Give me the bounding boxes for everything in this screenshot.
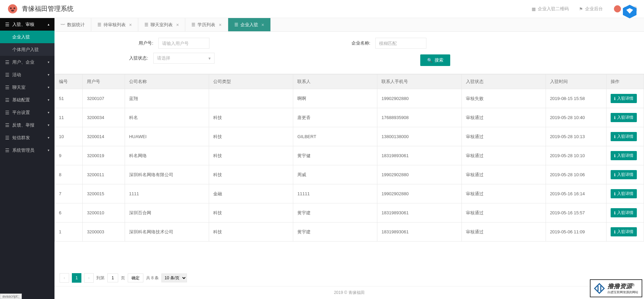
goto-input[interactable] [107, 273, 118, 282]
cell-contact: 黄宇建 [293, 222, 377, 242]
qrcode-label: 企业入驻二维码 [538, 6, 569, 12]
cell-id: 8 [55, 165, 83, 184]
sidebar-item-4[interactable]: ☰活动▾ [0, 68, 54, 81]
watermark: 撸撸资源® 白嫖互联网资源的网站 [590, 279, 642, 297]
chevron-up-icon: ▴ [48, 22, 49, 26]
cell-phone: 19902902880 [377, 89, 461, 108]
sidebar-item-7[interactable]: ☰平台设置▾ [0, 106, 54, 119]
cell-time: 2019-05-28 10:06 [546, 165, 606, 184]
close-icon[interactable]: × [219, 22, 221, 28]
sidebar-item-3[interactable]: ☰用户、企业▾ [0, 56, 54, 68]
app-title: 青缘福田管理系统 [22, 4, 532, 13]
sidebar-item-label: 反馈、举报 [12, 122, 34, 128]
info-icon: ℹ [614, 115, 616, 120]
cell-user: 3200015 [83, 184, 125, 203]
cell-type: 科技 [209, 108, 293, 127]
cell-action: ℹ入驻详情 [607, 222, 644, 242]
detail-button[interactable]: ℹ入驻详情 [611, 94, 637, 103]
cell-contact: 周威 [293, 165, 377, 184]
tab-bar: 〰数据统计☰待审核列表×☰聊天室列表×☰学历列表×☰企业入驻× [54, 18, 644, 32]
sidebar-item-6[interactable]: ☰基础配置▾ [0, 94, 54, 106]
qrcode-link[interactable]: ▦ 企业入驻二维码 [532, 6, 569, 12]
cell-id: 11 [55, 108, 83, 127]
sidebar-item-5[interactable]: ☰聊天室▾ [0, 81, 54, 94]
search-button[interactable]: 🔍 搜索 [420, 54, 450, 66]
watermark-main: 撸撸资源 [608, 283, 632, 289]
status-select[interactable]: 请选择 ▾ [153, 53, 215, 64]
sidebar-item-10[interactable]: ☰系统管理员▾ [0, 144, 54, 156]
cell-company: 深圳科名网络有限公司 [125, 165, 209, 184]
detail-button[interactable]: ℹ入驻详情 [611, 132, 637, 141]
corner-badge-icon [622, 3, 638, 20]
col-header-1: 用户号 [83, 74, 125, 89]
sidebar-item-1[interactable]: 企业入驻 [0, 31, 54, 43]
goto-confirm-button[interactable]: 确定 [128, 273, 143, 282]
cell-status: 审核通过 [461, 203, 546, 222]
cell-time: 2019-05-28 10:40 [546, 108, 606, 127]
cell-type: 科技 [209, 203, 293, 222]
cell-contact: 唐更香 [293, 108, 377, 127]
tab-3[interactable]: ☰学历列表× [185, 18, 228, 31]
tab-icon: ☰ [144, 22, 148, 27]
cell-action: ℹ入驻详情 [607, 127, 644, 146]
tab-2[interactable]: ☰聊天室列表× [138, 18, 185, 31]
avatar-icon [613, 4, 622, 13]
col-header-0: 编号 [55, 74, 83, 89]
page-number-button[interactable]: 1 [72, 273, 81, 283]
tab-1[interactable]: ☰待审核列表× [91, 18, 138, 31]
tab-icon: 〰 [61, 22, 65, 27]
cell-time: 2019-05-16 15:57 [546, 203, 606, 222]
prev-page-button[interactable]: ‹ [60, 273, 69, 283]
info-icon: ℹ [614, 192, 616, 196]
next-page-button[interactable]: › [84, 273, 94, 283]
tab-4[interactable]: ☰企业入驻× [228, 18, 271, 31]
info-icon: ℹ [614, 211, 616, 215]
close-icon[interactable]: × [129, 22, 132, 28]
content-area: 〰数据统计☰待审核列表×☰聊天室列表×☰学历列表×☰企业入驻× 用户号: 企业名… [54, 18, 644, 299]
detail-button[interactable]: ℹ入驻详情 [611, 113, 637, 122]
chevron-down-icon: ▾ [48, 98, 49, 102]
tab-label: 聊天室列表 [151, 22, 173, 28]
detail-button[interactable]: ℹ入驻详情 [611, 170, 637, 179]
sidebar-item-9[interactable]: ☰短信群发▾ [0, 131, 54, 144]
sidebar-item-2[interactable]: 个体用户入驻 [0, 43, 54, 56]
user-label: 用户号: [112, 40, 153, 46]
sidebar-item-8[interactable]: ☰反馈、举报▾ [0, 119, 54, 131]
cell-user: 3200010 [83, 203, 125, 222]
company-input[interactable] [375, 38, 426, 49]
header: 青缘福田管理系统 ▦ 企业入驻二维码 ⚑ 企业后台 管理员 [0, 0, 644, 18]
tab-label: 数据统计 [67, 22, 85, 28]
cell-status: 审核通过 [461, 184, 546, 203]
detail-button[interactable]: ℹ入驻详情 [611, 208, 637, 217]
detail-button[interactable]: ℹ入驻详情 [611, 151, 637, 160]
cell-company: 蓝翔 [125, 89, 209, 108]
cell-id: 51 [55, 89, 83, 108]
cell-contact: GILBERT [293, 127, 377, 146]
close-icon[interactable]: × [176, 22, 179, 28]
chevron-down-icon: ▾ [48, 136, 49, 139]
status-label: 入驻状态: [107, 55, 148, 61]
info-icon: ℹ [614, 96, 616, 101]
col-header-8: 操作 [607, 74, 644, 89]
tab-label: 待审核列表 [104, 22, 126, 28]
sidebar-item-label: 入驻、审核 [12, 21, 34, 28]
per-page-select[interactable]: 10 条/页 [161, 273, 187, 282]
backend-link[interactable]: ⚑ 企业后台 [579, 6, 603, 12]
tab-0[interactable]: 〰数据统计 [54, 18, 91, 31]
cell-user: 3200011 [83, 165, 125, 184]
detail-button[interactable]: ℹ入驻详情 [611, 189, 637, 198]
detail-button[interactable]: ℹ入驻详情 [611, 227, 637, 236]
cell-status: 审核通过 [461, 108, 546, 127]
browser-status-bar: avascript:; [0, 294, 22, 299]
sidebar-item-0[interactable]: ☰入驻、审核▴ [0, 18, 54, 31]
cell-status: 审核通过 [461, 222, 546, 242]
col-header-5: 联系人手机号 [377, 74, 461, 89]
menu-icon: ☰ [5, 148, 10, 153]
user-input[interactable] [158, 38, 209, 49]
cell-status: 审核通过 [461, 165, 546, 184]
cell-type: 金融 [209, 184, 293, 203]
cell-company: 科名网络 [125, 146, 209, 165]
chevron-down-icon: ▾ [48, 111, 49, 114]
table-row: 113200034科名科技唐更香17688935908审核通过2019-05-2… [55, 108, 644, 127]
close-icon[interactable]: × [262, 22, 264, 28]
